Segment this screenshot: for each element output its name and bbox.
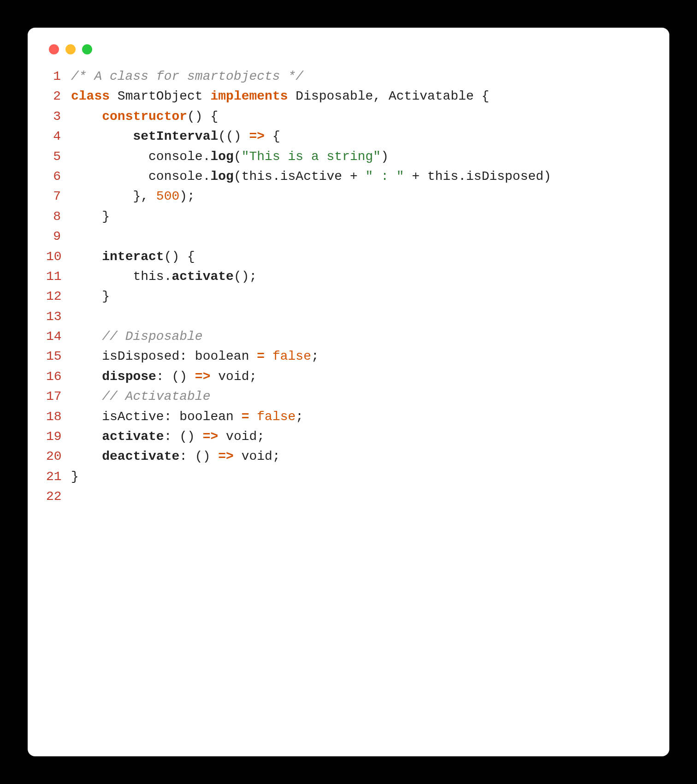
code-token: ;: [311, 349, 319, 363]
code-token: [71, 269, 133, 284]
code-token: // Activatable: [102, 389, 210, 404]
code-token: }: [71, 209, 110, 224]
code-token: boolean: [195, 349, 249, 363]
code-token: [71, 389, 102, 404]
code-token: interact: [102, 249, 164, 264]
line-content: activate: () => void;: [71, 427, 651, 446]
code-token: .: [164, 269, 172, 284]
code-line: 8 }: [46, 207, 651, 226]
code-token: {: [474, 89, 490, 103]
line-number: 8: [46, 207, 71, 226]
line-content: console.log(this.isActive + " : " + this…: [71, 166, 651, 186]
code-line: 22: [46, 487, 651, 506]
line-content: dispose: () => void;: [71, 367, 651, 386]
line-content: /* A class for smartobjects */: [71, 66, 651, 86]
code-token: .isActive +: [272, 169, 366, 184]
code-token: ): [381, 149, 389, 164]
code-token: () {: [187, 109, 218, 124]
line-number: 18: [46, 407, 71, 427]
code-token: =>: [218, 449, 234, 463]
code-token: [71, 449, 102, 463]
window-minimize-icon[interactable]: [65, 44, 76, 54]
code-token: isActive: [102, 410, 164, 424]
code-token: : (): [164, 429, 203, 444]
line-number: 19: [46, 427, 71, 446]
code-token: },: [71, 189, 156, 203]
code-token: constructor: [102, 109, 187, 124]
code-token: ;: [257, 429, 265, 444]
code-token: ();: [234, 269, 257, 284]
code-line: 18 isActive: boolean = false;: [46, 407, 651, 427]
line-number: 4: [46, 126, 71, 146]
code-token: [71, 349, 102, 363]
line-number: 9: [46, 226, 71, 246]
code-token: =>: [249, 129, 265, 143]
line-number: 21: [46, 467, 71, 487]
code-token: class: [71, 89, 110, 103]
line-number: 3: [46, 107, 71, 126]
code-token: }: [71, 289, 110, 303]
code-token: () {: [164, 249, 195, 264]
code-token: false: [272, 349, 311, 363]
window-close-icon[interactable]: [49, 44, 59, 54]
code-token: =>: [203, 429, 219, 444]
code-token: =: [257, 349, 265, 363]
line-number: 11: [46, 267, 71, 286]
code-token: [210, 369, 218, 384]
code-line: 13: [46, 307, 651, 327]
code-token: [265, 349, 272, 363]
code-line: 3 constructor() {: [46, 107, 651, 126]
line-number: 17: [46, 386, 71, 406]
code-token: log: [210, 149, 233, 164]
code-token: activate: [171, 269, 233, 284]
code-line: 4 setInterval(() => {: [46, 126, 651, 146]
line-number: 10: [46, 247, 71, 267]
code-token: false: [257, 410, 295, 424]
code-token: (: [234, 169, 242, 184]
line-content: this.activate();: [71, 267, 651, 286]
code-token: [71, 429, 102, 444]
code-token: =>: [195, 369, 211, 384]
window-zoom-icon[interactable]: [82, 44, 92, 54]
code-line: 1/* A class for smartobjects */: [46, 66, 651, 86]
code-token: console: [148, 169, 203, 184]
code-line: 20 deactivate: () => void;: [46, 446, 651, 466]
line-number: 5: [46, 147, 71, 166]
code-line: 17 // Activatable: [46, 386, 651, 406]
code-token: Activatable: [389, 89, 474, 103]
code-token: {: [265, 129, 280, 143]
code-line: 2class SmartObject implements Disposable…: [46, 86, 651, 106]
code-line: 15 isDisposed: boolean = false;: [46, 346, 651, 366]
code-token: );: [179, 189, 195, 203]
code-line: 7 }, 500);: [46, 186, 651, 206]
code-token: [249, 410, 257, 424]
line-number: 6: [46, 166, 71, 186]
code-token: "This is a string": [242, 149, 381, 164]
code-token: [71, 149, 148, 164]
code-line: 9: [46, 226, 651, 246]
code-token: .: [203, 149, 211, 164]
line-content: }: [71, 467, 651, 487]
line-content: class SmartObject implements Disposable,…: [71, 86, 651, 106]
line-number: 14: [46, 327, 71, 346]
code-token: deactivate: [102, 449, 179, 463]
code-token: +: [404, 169, 427, 184]
code-token: /* A class for smartobjects */: [71, 69, 303, 83]
code-token: [288, 89, 296, 103]
code-token: :: [179, 349, 195, 363]
line-number: 12: [46, 286, 71, 306]
code-token: void: [218, 369, 249, 384]
code-token: " : ": [366, 169, 404, 184]
line-number: 7: [46, 186, 71, 206]
code-token: this: [133, 269, 164, 284]
code-token: [71, 329, 102, 344]
line-content: setInterval(() => {: [71, 126, 651, 146]
line-content: // Disposable: [71, 327, 651, 346]
code-token: [234, 410, 242, 424]
code-token: [234, 449, 242, 463]
code-token: (: [234, 149, 242, 164]
code-token: isDisposed: [102, 349, 179, 363]
code-token: [71, 249, 102, 264]
line-number: 20: [46, 446, 71, 466]
line-content: console.log("This is a string"): [71, 147, 651, 166]
